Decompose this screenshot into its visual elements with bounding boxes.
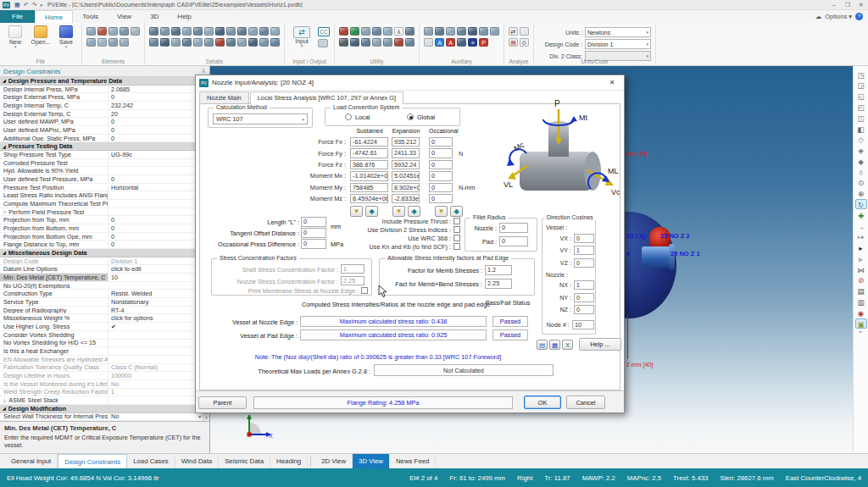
save-button[interactable]: Save▾ (55, 25, 77, 48)
utility-tool-icon[interactable] (350, 38, 359, 47)
grid-section[interactable]: ◢Miscellaneous Design Data (0, 249, 203, 257)
row-expander-icon[interactable]: ▷ (3, 398, 7, 403)
fillet-pad-input[interactable]: 0 (499, 236, 528, 246)
details-tool-icon[interactable] (248, 38, 258, 47)
grid-row[interactable]: Weld Strength Creep Reduction Factor pe1 (0, 389, 203, 397)
grid-row-value[interactable]: 2.0685 (108, 86, 203, 93)
view-tool-icon-3[interactable]: ◰ (855, 102, 867, 112)
grid-row[interactable]: Projection from Bottom, mm0 (0, 224, 203, 233)
details-tool-icon[interactable] (237, 27, 247, 36)
toolbar-caret-icon[interactable]: ▸ (854, 329, 868, 334)
fillet-nozzle-input[interactable]: 0 (499, 223, 528, 233)
grid-row-value[interactable]: 0 (108, 233, 203, 241)
grid-row-value[interactable]: 100000 (108, 372, 203, 379)
grid-row[interactable]: Datum Line Optionsclick to edit (0, 265, 203, 274)
load-value-input[interactable]: 2411.33 (392, 148, 420, 158)
view-tool-icon-23[interactable]: ▣ (855, 318, 867, 329)
auxiliary-tool-icon[interactable] (446, 27, 455, 36)
grid-row-value[interactable]: RT-4 (108, 307, 203, 314)
utility-tool-icon[interactable] (339, 38, 348, 47)
menu-tab-help[interactable]: Help (168, 10, 200, 23)
grid-row[interactable]: Design Internal Temp, C232.242 (0, 102, 203, 110)
grid-row[interactable]: Fabrication Tolerance Quality ClassClass… (0, 364, 203, 373)
grid-row[interactable]: Additional Ope. Static Press, MPa0 (0, 135, 203, 143)
utility-tool-icon[interactable] (383, 27, 392, 36)
restore-button[interactable]: ❐ (841, 2, 854, 8)
grid-row[interactable]: Miscellaneous Weight %click for options (0, 314, 203, 323)
grid-row-value[interactable]: ✔ (108, 323, 203, 330)
auxiliary-tool-icon[interactable]: A (446, 38, 455, 47)
elements-tool-icon[interactable] (108, 38, 118, 47)
grid-row-value[interactable]: Resist. Welded (108, 290, 203, 297)
dialog-close-icon[interactable]: ✕ (600, 79, 624, 86)
grid-row[interactable]: Construction TypeResist. Welded (0, 290, 203, 298)
vz-input[interactable]: 0 (574, 258, 594, 268)
scf-nozzle-input[interactable]: 2.25 (341, 276, 364, 285)
input-button[interactable]: ⇄Input▾ (289, 25, 314, 47)
grid-row[interactable]: Corroded Pressure Test (0, 159, 203, 168)
details-tool-icon[interactable] (160, 27, 170, 36)
use-division-2-stress-indices-checkbox[interactable] (453, 226, 460, 233)
details-tool-icon[interactable] (215, 27, 225, 36)
nz-input[interactable]: 0 (574, 305, 594, 314)
import-icon-button[interactable]: ▼ (435, 206, 448, 217)
grid-row-value[interactable]: 10 (108, 274, 203, 281)
load-value-input[interactable]: 935.212 (392, 137, 420, 147)
view-tool-icon-14[interactable]: → (855, 221, 867, 231)
details-tool-icon[interactable] (149, 27, 159, 36)
load-value-input[interactable]: 758485 (350, 183, 388, 193)
utility-tool-icon[interactable] (405, 38, 415, 47)
minimize-button[interactable]: – (827, 2, 841, 8)
details-tool-icon[interactable] (204, 27, 214, 36)
details-tool-icon[interactable] (193, 38, 203, 47)
view-tool-icon-10[interactable]: ⊙ (855, 177, 867, 187)
row-expander-icon[interactable]: ▷ (3, 209, 7, 214)
help-button[interactable]: Help ... (579, 338, 621, 351)
grid-row-value[interactable]: 1 (108, 388, 203, 396)
grid-row-value[interactable]: UG-99c (108, 151, 203, 158)
print-membrane-checkbox[interactable] (361, 287, 368, 294)
grid-row[interactable]: Projection from Bottom Ope, mm0 (0, 233, 203, 241)
grid-row[interactable]: Consider Vortex Shedding (0, 331, 203, 340)
tab-load-cases[interactable]: Load Cases (127, 454, 175, 468)
details-tool-icon[interactable] (259, 27, 269, 36)
close-button[interactable]: ✕ (854, 2, 868, 8)
load-value-input[interactable]: 5.02451e+06 (392, 171, 420, 181)
grid-row-value[interactable]: 0 (108, 175, 203, 183)
details-tool-icon[interactable] (160, 38, 170, 47)
cloud-icon[interactable]: ☁ (815, 13, 822, 20)
grid-row[interactable]: Compute Maximum Theoretical Test Pres (0, 200, 203, 208)
grid-row[interactable]: User defined Test Pressure, MPa0 (0, 175, 203, 184)
load-value-input[interactable]: 0 (429, 183, 453, 193)
view-tool-icon-18[interactable]: ⋈ (855, 264, 867, 274)
utility-tool-icon[interactable]: λ (394, 27, 403, 36)
view-tool-icon-20[interactable]: ▤ (855, 285, 867, 296)
grid-row[interactable]: Design External Press, MPa0 (0, 93, 203, 102)
qat-caret-icon[interactable]: ▾ (40, 3, 42, 8)
grid-row[interactable]: Design Internal Press, MPa2.0685 (0, 86, 203, 94)
grid-row-value[interactable]: Division 1 (108, 257, 203, 265)
grid-row-value[interactable]: 0 (108, 93, 203, 101)
view-tool-icon-19[interactable]: ⊘ (855, 274, 867, 285)
scroll-down-icon[interactable]: ▾ (203, 415, 209, 421)
grid-row-value[interactable]: Horizontal (108, 184, 203, 191)
auxiliary-tool-icon[interactable] (435, 27, 444, 36)
tab-heading[interactable]: Heading (270, 454, 308, 468)
units-select[interactable]: Newtons▾ (585, 27, 651, 37)
elements-tool-icon[interactable] (86, 27, 96, 36)
grid-row[interactable]: Pressure Test PositionHorizontal (0, 184, 203, 192)
local-radio[interactable] (345, 113, 352, 120)
elements-tool-icon[interactable] (120, 38, 129, 47)
global-radio[interactable] (407, 113, 414, 120)
details-tool-icon[interactable] (259, 38, 269, 47)
parent-button[interactable]: Parent (198, 396, 247, 409)
load-value-input[interactable]: -2.8333e+06 (392, 194, 420, 204)
utility-tool-icon[interactable] (383, 38, 392, 47)
grid-row[interactable]: ▷Perform Field Pressure Test (0, 208, 203, 217)
dialog-tab-nozzle-main[interactable]: Nozzle Main (199, 91, 249, 104)
calculator-button[interactable]: ▦ (549, 340, 560, 350)
menu-tab-view[interactable]: View (108, 10, 141, 23)
load-value-input[interactable]: 0 (429, 137, 453, 147)
memb-input[interactable]: 1.2 (485, 265, 512, 275)
auxiliary-tool-icon[interactable]: P (479, 38, 488, 47)
